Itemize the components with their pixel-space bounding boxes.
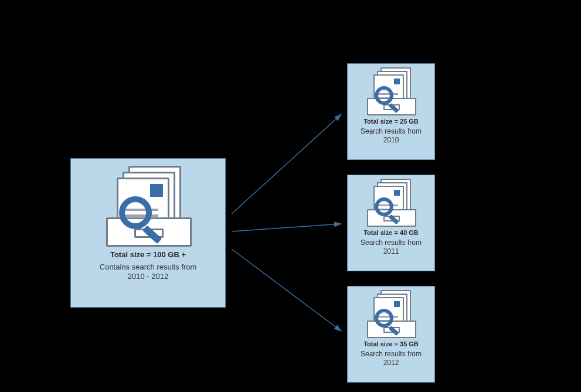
split-desc-line2: 2011 [383,247,399,255]
source-desc-line2: 2010 - 2012 [128,272,168,281]
svg-line-0 [232,114,341,214]
split-size-label: Total size = 35 GB [348,340,434,347]
split-description: Search results from 2011 [348,238,434,256]
archive-search-icon [364,290,418,338]
split-desc-line1: Search results from [361,238,422,247]
archive-search-icon [101,166,195,248]
split-desc-line1: Search results from [361,127,422,135]
split-desc-line2: 2010 [383,136,399,144]
split-desc-line2: 2012 [383,359,399,367]
split-description: Search results from 2012 [348,350,434,367]
split-size-label: Total size = 25 GB [348,118,434,125]
source-desc-line1: Contains search results from [100,263,196,271]
svg-line-2 [232,249,341,331]
source-description: Contains search results from 2010 - 2012 [71,263,225,282]
archive-search-icon [364,67,418,115]
split-archive-box-2010: Total size = 25 GB Search results from 2… [347,63,435,160]
split-desc-line1: Search results from [361,350,422,358]
split-archive-box-2011: Total size = 40 GB Search results from 2… [347,175,435,271]
source-size-label: Total size = 100 GB + [71,250,225,259]
split-size-label: Total size = 40 GB [348,229,434,236]
archive-search-icon [364,179,418,227]
source-archive-box: Total size = 100 GB + Contains search re… [70,158,226,308]
svg-line-1 [232,224,341,231]
split-archive-box-2012: Total size = 35 GB Search results from 2… [347,286,435,383]
split-description: Search results from 2010 [348,127,434,145]
